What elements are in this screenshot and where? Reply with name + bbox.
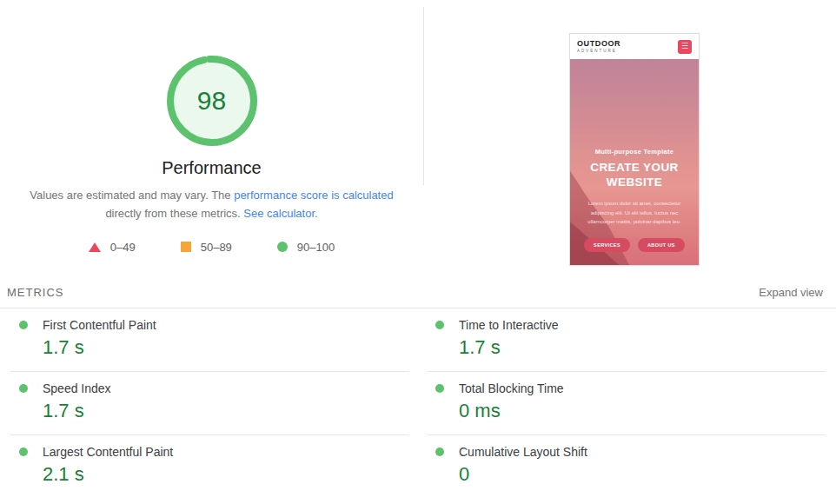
performance-title: Performance	[0, 158, 423, 178]
metric-speed-index: Speed Index 1.7 s	[10, 372, 409, 435]
see-calculator-link[interactable]: See calculator.	[243, 207, 317, 220]
metric-status-icon	[435, 448, 444, 456]
logo-primary-text: OUTDOOR	[577, 40, 620, 49]
performance-score-value: 98	[167, 56, 257, 146]
about-us-button: ABOUT US	[638, 238, 685, 252]
score-column: 98 Performance Values are estimated and …	[0, 0, 423, 254]
metric-value: 1.7 s	[459, 336, 826, 359]
metric-status-icon	[435, 321, 444, 329]
score-description-text: Values are estimated and may vary. The	[30, 189, 234, 202]
metric-status-icon	[19, 448, 28, 456]
hero-heading: CREATE YOUR WEBSITE	[570, 161, 699, 190]
metric-value: 0	[459, 463, 826, 486]
score-legend: 0–49 50–89 90–100	[0, 241, 423, 254]
thumbnail-site-header: OUTDOOR ADVENTURE ☰	[570, 34, 699, 59]
hero-buttons-row: SERVICES ABOUT US	[570, 238, 699, 252]
legend-range-label: 0–49	[110, 241, 136, 254]
metric-value: 1.7 s	[43, 336, 409, 359]
column-divider	[423, 7, 424, 185]
legend-triangle-icon	[89, 242, 101, 252]
metrics-header: METRICS Expand view	[0, 282, 836, 308]
legend-circle-icon	[277, 242, 288, 252]
metric-name: Cumulative Layout Shift	[459, 445, 587, 459]
legend-range-pass: 90–100	[277, 241, 335, 254]
legend-range-label: 50–89	[201, 241, 232, 254]
metric-status-icon	[435, 384, 444, 393]
expand-view-link[interactable]: Expand view	[759, 286, 823, 299]
services-button: SERVICES	[584, 238, 630, 252]
metric-cumulative-layout-shift: Cumulative Layout Shift 0	[427, 435, 826, 498]
legend-range-average: 50–89	[181, 241, 232, 254]
hero-heading-line2: WEBSITE	[570, 176, 699, 190]
score-description: Values are estimated and may vary. The p…	[24, 187, 400, 223]
performance-gauge: 98	[167, 56, 257, 146]
legend-square-icon	[181, 242, 191, 252]
metric-value: 2.1 s	[43, 463, 409, 486]
metric-name: Largest Contentful Paint	[43, 445, 173, 459]
metric-total-blocking-time: Total Blocking Time 0 ms	[427, 372, 826, 435]
metrics-grid: First Contentful Paint 1.7 s Time to Int…	[0, 308, 836, 498]
hero-tagline: Multi-purpose Template	[570, 148, 699, 156]
legend-range-fail: 0–49	[89, 241, 136, 254]
metric-name: Speed Index	[43, 381, 111, 395]
performance-summary-section: 98 Performance Values are estimated and …	[0, 0, 836, 282]
metrics-section-title: METRICS	[7, 286, 64, 299]
thumbnail-hero: Multi-purpose Template CREATE YOUR WEBSI…	[570, 59, 699, 265]
score-calculation-link[interactable]: performance score is calculated	[234, 189, 394, 202]
metric-first-contentful-paint: First Contentful Paint 1.7 s	[10, 308, 409, 372]
legend-range-label: 90–100	[297, 241, 335, 254]
thumbnail-hero-content: Multi-purpose Template CREATE YOUR WEBSI…	[570, 59, 699, 252]
score-description-text-2: directly from these metrics.	[105, 207, 243, 220]
logo-secondary-text: ADVENTURE	[577, 49, 620, 53]
metric-status-icon	[19, 321, 28, 329]
hamburger-icon: ☰	[678, 40, 692, 54]
metric-name: Time to Interactive	[459, 318, 559, 332]
hero-heading-line1: CREATE YOUR	[570, 161, 699, 176]
metric-time-to-interactive: Time to Interactive 1.7 s	[427, 308, 826, 372]
metric-value: 1.7 s	[43, 400, 409, 422]
thumbnail-site-logo: OUTDOOR ADVENTURE	[577, 40, 620, 53]
metric-name: First Contentful Paint	[43, 318, 156, 332]
hero-body-text: Lorem ipsum dolor sit amet, consectetur …	[579, 199, 689, 227]
page-screenshot-thumbnail[interactable]: OUTDOOR ADVENTURE ☰ Multi-purpose Templa…	[569, 33, 700, 266]
metric-name: Total Blocking Time	[459, 381, 564, 395]
metric-status-icon	[19, 384, 28, 393]
metric-value: 0 ms	[459, 400, 826, 422]
metric-largest-contentful-paint: Largest Contentful Paint 2.1 s	[10, 435, 409, 498]
